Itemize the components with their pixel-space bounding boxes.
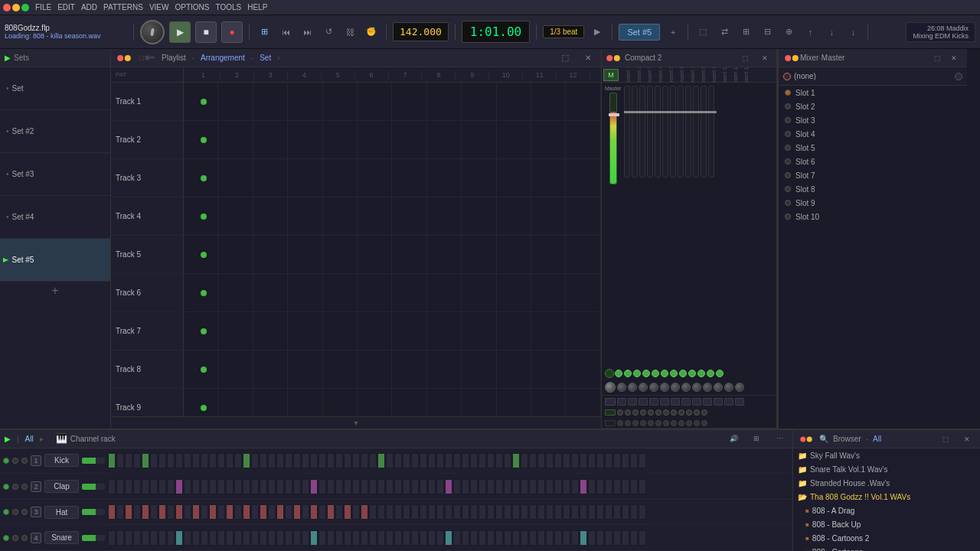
pad-4[interactable]	[133, 530, 141, 546]
pad-2[interactable]	[116, 504, 124, 520]
ch-solo-clap[interactable]	[21, 484, 28, 490]
track-content-1[interactable]	[184, 83, 601, 120]
pad-10[interactable]	[184, 453, 191, 468]
pad-27[interactable]	[327, 504, 335, 520]
pad-28[interactable]	[335, 504, 343, 520]
pad-58[interactable]	[588, 479, 596, 494]
master-fader-handle[interactable]	[609, 113, 619, 116]
close-button[interactable]	[3, 4, 11, 11]
pad-9[interactable]	[175, 530, 183, 546]
pad-61[interactable]	[613, 479, 621, 494]
punch-button[interactable]: ✊	[363, 24, 380, 41]
pad-62[interactable]	[622, 504, 629, 520]
tool6[interactable]: ↑	[802, 24, 818, 41]
route-dot-6[interactable]	[655, 409, 662, 416]
ch-fader-hat[interactable]	[82, 509, 105, 515]
pad-41[interactable]	[445, 530, 452, 546]
pad-5[interactable]	[142, 453, 149, 468]
set-item-2[interactable]: Set #2	[0, 110, 110, 153]
led-4[interactable]	[642, 370, 650, 377]
track-row-2[interactable]: Track 2	[111, 121, 601, 159]
next-button[interactable]: ⏭	[299, 24, 315, 41]
pad-5[interactable]	[142, 530, 149, 546]
browser-item-adrag[interactable]: ■ 808 - A Drag	[793, 504, 980, 517]
browser-min[interactable]	[807, 436, 812, 442]
pad-35[interactable]	[394, 530, 402, 546]
route-dot-b6[interactable]	[655, 420, 662, 426]
stereo-11[interactable]	[724, 398, 733, 406]
mixer-window-controls[interactable]	[785, 55, 799, 61]
play-button[interactable]: ▶	[169, 21, 191, 43]
browser-window-controls[interactable]	[800, 436, 812, 442]
pad-55[interactable]	[563, 530, 570, 546]
playlist-resize[interactable]: ⬚	[557, 50, 573, 67]
pad-13[interactable]	[209, 504, 217, 520]
route-dot-b5[interactable]	[648, 420, 654, 426]
ch-mute-snare[interactable]	[12, 535, 18, 541]
pad-35[interactable]	[394, 479, 402, 494]
knob-12[interactable]	[735, 383, 744, 392]
pad-49[interactable]	[512, 453, 520, 468]
pad-23[interactable]	[293, 504, 301, 520]
pad-11[interactable]	[192, 453, 200, 468]
knob-10[interactable]	[714, 383, 723, 392]
stereo-1[interactable]	[617, 398, 626, 406]
pad-44[interactable]	[470, 504, 478, 520]
mixer-close[interactable]	[785, 55, 791, 61]
menu-edit[interactable]: EDIT	[57, 3, 75, 11]
pad-31[interactable]	[361, 530, 368, 546]
pad-54[interactable]	[554, 504, 562, 520]
ch-active-clap[interactable]	[3, 484, 9, 490]
pad-50[interactable]	[521, 504, 528, 520]
menu-tools[interactable]: TOOLS	[215, 3, 241, 11]
pad-24[interactable]	[302, 504, 309, 520]
pad-2[interactable]	[116, 453, 124, 468]
pad-57[interactable]	[580, 479, 587, 494]
master-fader[interactable]	[609, 93, 617, 184]
ch-pads-clap[interactable]	[108, 479, 789, 494]
slot-item-4[interactable]: Slot 4	[779, 127, 967, 141]
pad-59[interactable]	[596, 530, 604, 546]
slot-item-9[interactable]: Slot 9	[779, 196, 967, 210]
pad-28[interactable]	[335, 453, 343, 468]
pad-30[interactable]	[352, 504, 360, 520]
pad-1[interactable]	[108, 504, 116, 520]
pad-36[interactable]	[403, 504, 410, 520]
pad-60[interactable]	[605, 530, 612, 546]
track-content-4[interactable]	[184, 197, 601, 235]
pad-23[interactable]	[293, 453, 301, 468]
pad-55[interactable]	[563, 453, 570, 468]
browser-item-backup[interactable]: ■ 808 - Back Up	[793, 517, 980, 531]
ch-active-kick[interactable]	[3, 458, 9, 464]
pad-24[interactable]	[302, 530, 309, 546]
mixer-min[interactable]	[792, 55, 799, 61]
pad-24[interactable]	[302, 479, 309, 494]
set-add-button[interactable]: +	[0, 282, 110, 300]
pad-7[interactable]	[158, 479, 166, 494]
slot-item-8[interactable]: Slot 8	[779, 182, 967, 196]
set-item-4[interactable]: Set #4	[0, 196, 110, 239]
pad-10[interactable]	[184, 504, 191, 520]
pad-12[interactable]	[201, 530, 208, 546]
pad-52[interactable]	[537, 530, 545, 546]
pad-61[interactable]	[613, 504, 621, 520]
pad-43[interactable]	[462, 479, 469, 494]
pad-15[interactable]	[226, 479, 234, 494]
pad-42[interactable]	[453, 530, 461, 546]
pad-10[interactable]	[184, 479, 191, 494]
pad-50[interactable]	[521, 453, 528, 468]
pad-2[interactable]	[116, 479, 124, 494]
pad-6[interactable]	[150, 479, 158, 494]
pad-37[interactable]	[411, 453, 419, 468]
pad-26[interactable]	[318, 479, 326, 494]
pad-53[interactable]	[546, 453, 554, 468]
pad-52[interactable]	[537, 504, 545, 520]
pad-32[interactable]	[369, 504, 377, 520]
pad-10[interactable]	[184, 530, 191, 546]
insert-fader-handle-12[interactable]	[707, 111, 717, 113]
slot-item-5[interactable]: Slot 5	[779, 141, 967, 155]
pad-53[interactable]	[546, 504, 554, 520]
pad-4[interactable]	[133, 453, 141, 468]
ch-active-hat[interactable]	[3, 509, 9, 515]
pad-29[interactable]	[344, 453, 351, 468]
